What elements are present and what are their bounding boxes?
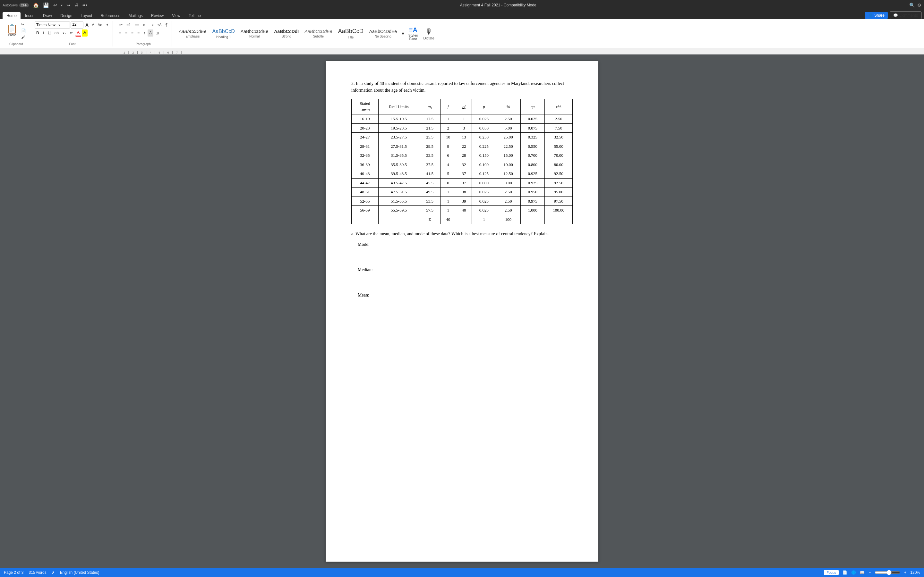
italic-button[interactable]: I xyxy=(41,29,45,37)
cell-r7-c3: 0 xyxy=(440,178,456,187)
line-spacing-button[interactable]: ↕ xyxy=(142,29,147,37)
style-heading1[interactable]: AaBbCcD Heading 1 xyxy=(210,22,237,45)
style-title[interactable]: AaBbCcD Title xyxy=(336,22,366,45)
show-hide-button[interactable]: ¶ xyxy=(164,21,169,29)
clear-format-button[interactable]: ✦ xyxy=(104,22,110,28)
cell-r5-c3: 4 xyxy=(440,160,456,169)
superscript-button[interactable]: x² xyxy=(68,29,75,37)
cell-r6-c3: 5 xyxy=(440,169,456,179)
style-emphasis[interactable]: AaBbCcDdEe Emphasis xyxy=(176,22,208,45)
cell-r8-c3: 1 xyxy=(440,187,456,197)
copy-button[interactable]: 📄 xyxy=(20,28,27,34)
styles-pane-label: Styles Pane xyxy=(409,34,418,41)
clipboard-label: Clipboard xyxy=(9,42,23,46)
table-row: 28-3127.5-31.529.59220.22522.500.55055.0… xyxy=(352,142,573,151)
subscript-button[interactable]: x₂ xyxy=(61,29,68,37)
font-grow-button[interactable]: A xyxy=(84,22,90,28)
paste-button[interactable]: 📋 Paste xyxy=(5,24,19,37)
align-center-button[interactable]: ≡ xyxy=(124,29,129,37)
tab-references[interactable]: References xyxy=(97,12,124,19)
cell-r3-c6: 22.50 xyxy=(496,142,520,151)
change-case-button[interactable]: Aa xyxy=(96,22,103,28)
mean-label: Mean: xyxy=(358,292,573,298)
print-icon[interactable]: 🖨 xyxy=(74,3,79,8)
cell-r0-c3: 1 xyxy=(440,114,456,124)
comments-button[interactable]: 💬 Comments xyxy=(890,11,921,19)
cell-r0-c5: 0.025 xyxy=(472,114,496,124)
decrease-indent-button[interactable]: ⇤ xyxy=(142,21,148,29)
document-area[interactable]: 2. In a study of 40 incidents of domesti… xyxy=(0,55,924,568)
redo-icon[interactable]: ↪ xyxy=(66,3,70,8)
shading-button[interactable]: A xyxy=(148,29,153,37)
cell-r7-c6: 0.00 xyxy=(496,178,520,187)
tab-insert[interactable]: Insert xyxy=(21,12,39,19)
increase-indent-button[interactable]: ⇥ xyxy=(149,21,155,29)
cell-r9-c5: 0.025 xyxy=(472,197,496,206)
align-right-button[interactable]: ≡ xyxy=(129,29,135,37)
font-size-selector[interactable]: 12 xyxy=(71,21,83,29)
underline-button[interactable]: U xyxy=(46,29,52,37)
align-left-button[interactable]: ≡ xyxy=(118,29,123,37)
cell-r4-c8: 70.00 xyxy=(545,151,573,160)
tab-tellme[interactable]: Tell me xyxy=(185,12,205,19)
save-icon[interactable]: 💾 xyxy=(43,2,49,8)
styles-pane-icon: ≡A xyxy=(409,26,417,34)
search-icon[interactable]: 🔍 xyxy=(909,3,915,8)
share-button[interactable]: 👤 Share xyxy=(865,12,888,19)
comments-icon: 💬 xyxy=(893,13,898,18)
font-family-dropdown-icon xyxy=(58,23,60,27)
document-page[interactable]: 2. In a study of 40 incidents of domesti… xyxy=(326,61,598,562)
more-styles-button[interactable]: ▾ xyxy=(401,29,405,38)
font-color-button[interactable]: A xyxy=(75,29,81,37)
style-no-spacing[interactable]: AaBbCcDdEe No Spacing xyxy=(367,22,399,45)
table-row: 36-3935.5-39.537.54320.10010.000.80080.0… xyxy=(352,160,573,169)
strikethrough-button[interactable]: ab xyxy=(53,29,60,37)
bullets-button[interactable]: ≡• xyxy=(118,21,124,29)
tab-draw[interactable]: Draw xyxy=(39,12,56,19)
tab-home[interactable]: Home xyxy=(3,12,21,19)
font-shrink-button[interactable]: A xyxy=(90,22,95,28)
dictate-icon: 🎙 xyxy=(425,27,433,36)
cut-button[interactable]: ✂ xyxy=(20,21,27,27)
cell-r1-c0: 20-23 xyxy=(352,123,379,133)
settings-icon[interactable]: ⚙ xyxy=(917,3,921,8)
bold-button[interactable]: B xyxy=(35,29,41,37)
undo-icon[interactable]: ↩ xyxy=(53,3,57,8)
title-bar: AutoSave OFF 🏠 💾 ↩ ▾ ↪ 🖨 ••• Assignment … xyxy=(0,0,924,10)
median-label: Median: xyxy=(358,266,573,273)
borders-button[interactable]: ⊞ xyxy=(154,29,160,37)
cell-r10-c8: 100.00 xyxy=(545,206,573,215)
tab-layout[interactable]: Layout xyxy=(77,12,96,19)
font-family-selector[interactable]: Times New... xyxy=(35,21,70,29)
numbering-button[interactable]: ≡1 xyxy=(125,21,132,29)
format-painter-button[interactable]: 🖌 xyxy=(20,34,27,40)
tab-design[interactable]: Design xyxy=(57,12,76,19)
home-icon[interactable]: 🏠 xyxy=(33,2,39,8)
more-tools-icon[interactable]: ••• xyxy=(82,3,87,8)
tab-mailings[interactable]: Mailings xyxy=(125,12,147,19)
style-strong[interactable]: AaBbCcDdI Strong xyxy=(272,22,301,45)
undo-dropdown-icon[interactable]: ▾ xyxy=(61,3,63,7)
cell-r7-c1: 43.5-47.5 xyxy=(378,178,419,187)
justify-button[interactable]: ≡ xyxy=(136,29,141,37)
cell-r4-c5: 0.150 xyxy=(472,151,496,160)
styles-pane-button[interactable]: ≡A Styles Pane xyxy=(405,22,421,45)
multilevel-button[interactable]: ≡≡ xyxy=(133,21,141,29)
tab-view[interactable]: View xyxy=(168,12,184,19)
style-normal[interactable]: AaBbCcDdEe Normal xyxy=(238,22,270,45)
cell-r10-c5: 0.025 xyxy=(472,206,496,215)
tab-review[interactable]: Review xyxy=(147,12,168,19)
cell-r6-c4: 37 xyxy=(456,169,472,179)
sort-button[interactable]: ↕A xyxy=(156,21,163,29)
style-subtitle[interactable]: AaBbCcDdEe Subtitle xyxy=(302,22,334,45)
cell-r9-c7: 0.975 xyxy=(520,197,545,206)
dictate-button[interactable]: 🎙 Dictate xyxy=(421,22,437,45)
font-label: Font xyxy=(69,42,75,46)
cell-r2-c5: 0.250 xyxy=(472,133,496,142)
autosave-toggle[interactable]: AutoSave OFF xyxy=(3,3,29,7)
cell-r10-c7: 1.000 xyxy=(520,206,545,215)
cell-r2-c6: 25.00 xyxy=(496,133,520,142)
highlight-button[interactable]: A xyxy=(82,29,87,37)
cell-r7-c4: 37 xyxy=(456,178,472,187)
cell-r10-c0: 56-59 xyxy=(352,206,379,215)
